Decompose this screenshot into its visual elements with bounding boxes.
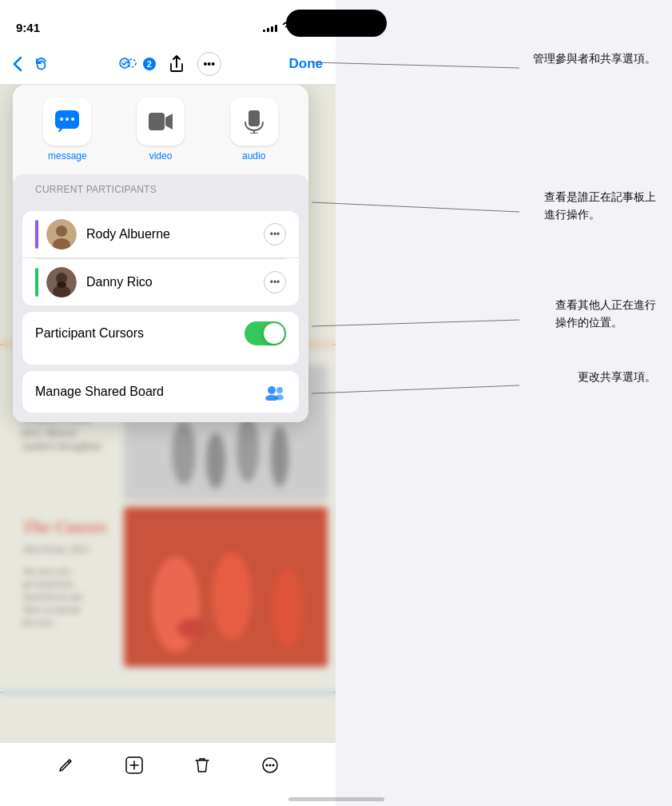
manage-section: Manage Shared Board <box>22 371 299 413</box>
annotation-2: 查看是誰正在記事板上進行操作。 <box>544 188 656 224</box>
toolbar-center: 2 ••• <box>56 52 283 76</box>
avatar-rody <box>46 219 77 249</box>
manage-label: Manage Shared Board <box>35 385 164 399</box>
more-button[interactable]: ••• <box>197 52 221 76</box>
svg-point-62 <box>272 764 274 766</box>
participant-rody[interactable]: Rody Albuerne ••• <box>22 211 299 258</box>
participants-section-header: CURRENT PARTICIPANTS <box>22 181 299 202</box>
signal-icon <box>263 22 277 32</box>
share-methods: message video audio <box>13 98 308 174</box>
participant-more-rody[interactable]: ••• <box>264 223 286 245</box>
manage-shared-board-row[interactable]: Manage Shared Board <box>22 371 299 413</box>
audio-label: audio <box>242 150 265 162</box>
svg-point-51 <box>57 281 66 288</box>
cursors-toggle-switch[interactable] <box>245 321 286 345</box>
manage-icon <box>264 381 286 403</box>
svg-line-66 <box>312 385 519 393</box>
cursors-toggle-label: Participant Cursors <box>35 326 144 341</box>
video-label: video <box>149 150 173 162</box>
cursors-toggle-row: Participant Cursors <box>22 312 299 355</box>
participant-accent-rody <box>35 220 38 249</box>
participant-name-rody: Rody Albuerne <box>86 227 264 241</box>
svg-rect-42 <box>149 113 165 130</box>
svg-line-63 <box>312 62 519 68</box>
message-share-button[interactable]: message <box>26 98 109 162</box>
participant-more-danny[interactable]: ••• <box>264 271 286 293</box>
app-toolbar: 2 ••• Done <box>0 43 336 85</box>
home-indicator <box>288 797 384 801</box>
bottom-toolbar <box>0 742 336 787</box>
pen-tool-button[interactable] <box>50 749 82 781</box>
collaborator-count: 2 <box>143 58 156 70</box>
svg-point-54 <box>276 387 283 393</box>
audio-share-button[interactable]: audio <box>212 98 296 162</box>
avatar-danny <box>46 267 77 297</box>
audio-icon-wrap <box>230 98 278 146</box>
svg-point-41 <box>71 118 74 121</box>
participant-name-danny: Danny Rico <box>86 275 264 289</box>
svg-point-52 <box>268 386 276 394</box>
done-button[interactable]: Done <box>289 56 324 72</box>
message-label: message <box>48 150 87 162</box>
svg-point-40 <box>66 118 69 121</box>
svg-point-55 <box>276 394 284 400</box>
svg-point-46 <box>56 225 67 237</box>
status-time: 9:41 <box>16 21 40 34</box>
share-button[interactable] <box>169 55 185 73</box>
sharing-popup: message video audio <box>13 85 308 422</box>
undo-button[interactable] <box>29 50 56 78</box>
svg-line-65 <box>312 320 519 326</box>
add-item-button[interactable] <box>118 749 150 781</box>
dynamic-island <box>286 10 387 37</box>
delete-button[interactable] <box>186 749 218 781</box>
cursors-toggle-section: Participant Cursors <box>22 312 299 365</box>
popup-inner: CURRENT PARTICIPANTS Rody Albuerne ••• <box>13 174 308 422</box>
annotation-3: 查看其他人正在進行操作的位置。 <box>555 296 656 332</box>
toggle-knob <box>264 323 284 344</box>
svg-point-0 <box>38 61 46 69</box>
more-actions-button[interactable] <box>254 749 286 781</box>
svg-point-60 <box>265 764 268 766</box>
back-button[interactable] <box>13 56 22 72</box>
annotation-4: 更改共享選項。 <box>578 368 656 385</box>
message-icon-wrap <box>43 98 91 146</box>
participant-accent-danny <box>35 268 38 297</box>
video-share-button[interactable]: video <box>119 98 203 162</box>
svg-point-61 <box>268 764 271 766</box>
participants-list: Rody Albuerne ••• Danny Rico ••• <box>22 211 299 305</box>
svg-line-64 <box>312 202 519 212</box>
collaborators-button[interactable]: 2 <box>117 55 156 73</box>
annotation-1: 管理參與者和共享選項。 <box>533 50 656 67</box>
participant-danny[interactable]: Danny Rico ••• <box>22 259 299 305</box>
svg-point-39 <box>60 118 63 121</box>
video-icon-wrap <box>137 98 185 146</box>
